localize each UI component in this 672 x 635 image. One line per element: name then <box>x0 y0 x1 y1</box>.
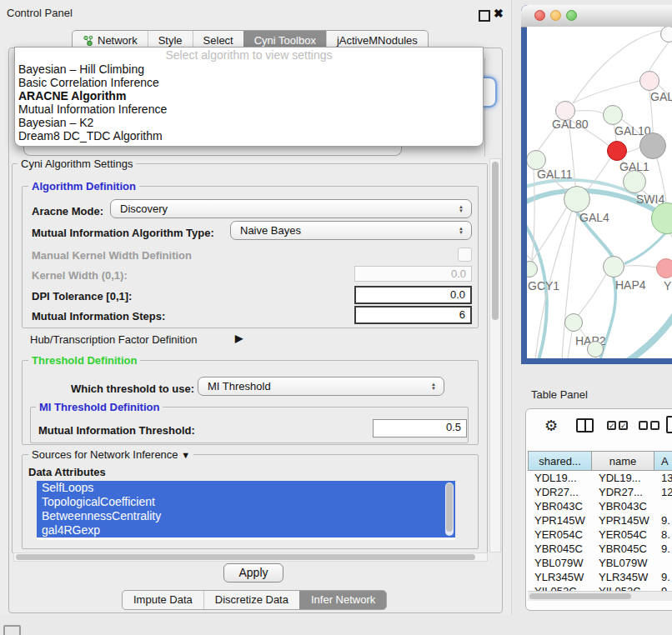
dpi-tolerance-field[interactable]: 0.0 <box>354 286 472 304</box>
network-node-gray[interactable] <box>639 132 666 159</box>
groupbox-edge <box>484 58 485 157</box>
aracne-mode-value: Discovery <box>120 202 168 215</box>
which-threshold-label: Which threshold to use: <box>71 382 194 395</box>
scrollbar-thumb[interactable] <box>16 554 475 560</box>
mi-algorithm-type-combo[interactable]: Naive Bayes ▲▼ <box>230 221 472 240</box>
table-row[interactable]: YPR145WYPR145W9. <box>528 513 672 528</box>
table-cell: YBR043C <box>592 499 654 513</box>
table-horizontal-scrollbar[interactable] <box>528 591 672 601</box>
mi-threshold-definition-title: MI Threshold Definition <box>36 401 163 413</box>
network-node[interactable] <box>660 27 672 42</box>
table-row[interactable]: YDR27...YDR27...12 <box>528 485 672 499</box>
tab-discretize-data[interactable]: Discretize Data <box>203 591 299 609</box>
table-row[interactable]: YBL079WYBL079W <box>528 556 672 570</box>
table-row[interactable]: YIL052CYIL052C9 <box>528 584 672 591</box>
collapsed-panel-icon[interactable] <box>3 625 21 635</box>
unchecked-box-icon[interactable] <box>639 421 648 430</box>
mi-steps-field[interactable]: 6 <box>354 306 472 324</box>
tab-select-label: Select <box>203 34 233 47</box>
settings-vertical-scrollbar[interactable] <box>489 158 501 552</box>
column-header-shared-name[interactable]: shared... <box>528 451 592 471</box>
dropdown-item-selected[interactable]: ARACNE Algorithm <box>15 89 483 102</box>
expand-arrow-icon[interactable]: ▶ <box>235 332 243 344</box>
network-icon <box>83 35 93 46</box>
network-node[interactable] <box>587 341 604 358</box>
table-row[interactable]: YBR043CYBR043C <box>528 499 672 513</box>
tab-infer-network[interactable]: Infer Network <box>299 591 386 609</box>
scrollbar-thumb[interactable] <box>529 593 631 599</box>
checked-box-icon[interactable]: ✓ <box>619 421 628 430</box>
close-traffic-light-icon[interactable] <box>534 10 545 21</box>
dpi-tolerance-label: DPI Tolerance [0,1]: <box>32 290 132 302</box>
table-row[interactable]: YLR345WYLR345W9. <box>528 570 672 584</box>
network-canvas[interactable]: GAL GAL80 GAL10 GAL1 GAL11 SWI4 GAL4 GCY… <box>527 27 672 358</box>
scrollbar-thumb[interactable] <box>492 162 499 320</box>
list-item[interactable]: SelfLoops <box>37 481 455 495</box>
table-cell: YER054C <box>528 528 592 542</box>
which-threshold-combo[interactable]: MI Threshold ▲▼ <box>198 377 444 396</box>
zoom-traffic-light-icon[interactable] <box>566 10 577 21</box>
dropdown-item[interactable]: Basic Correlation Inference <box>15 76 483 89</box>
table-cell: 9 <box>654 584 672 591</box>
unchecked-box-icon[interactable] <box>650 421 659 430</box>
network-node-hap4[interactable] <box>603 256 624 278</box>
which-threshold-value: MI Threshold <box>208 380 271 392</box>
table-row[interactable]: YDL19...YDL19...13 <box>528 471 672 485</box>
control-panel-title: Control Panel <box>7 7 73 19</box>
network-node-gal1[interactable] <box>607 141 627 161</box>
dropdown-item[interactable]: Bayesian – Hill Climbing <box>15 62 483 76</box>
apply-button[interactable]: Apply <box>223 563 283 582</box>
table-cell: 13 <box>654 471 672 485</box>
tab-impute-data[interactable]: Impute Data <box>123 591 203 609</box>
dropdown-item[interactable]: Dream8 DC_TDC Algorithm <box>15 129 483 142</box>
dropdown-item[interactable]: Bayesian – K2 <box>15 116 483 129</box>
table-cell: YBL079W <box>528 556 592 570</box>
mi-threshold-field[interactable]: 0.5 <box>373 419 467 438</box>
node-label: GAL80 <box>552 118 589 131</box>
hub-definition-label: Hub/Transcription Factor Definition <box>30 333 197 346</box>
table-cell: YBR045C <box>528 542 592 556</box>
table-cell: 9. <box>654 513 672 528</box>
network-node-salmon[interactable] <box>656 258 672 278</box>
network-node-gal-clipped[interactable] <box>639 71 659 91</box>
kernel-width-field[interactable]: 0.0 <box>354 266 472 282</box>
new-column-icon[interactable] <box>666 416 672 433</box>
gear-icon[interactable]: ⚙ <box>544 417 558 435</box>
node-label: GAL11 <box>537 168 573 181</box>
settings-horizontal-scrollbar[interactable] <box>13 552 488 562</box>
threshold-definition-title: Threshold Definition <box>28 354 140 367</box>
node-label: GCY1 <box>528 279 559 292</box>
list-scrollbar[interactable] <box>445 482 454 536</box>
scrollbar-thumb[interactable] <box>446 483 453 532</box>
float-window-icon[interactable] <box>479 10 490 22</box>
network-node-swi4[interactable] <box>623 170 646 193</box>
column-header-name[interactable]: name <box>592 451 654 471</box>
table-row[interactable]: YBR045CYBR045C9. <box>528 542 672 556</box>
list-item[interactable]: gal4RGexp <box>37 523 455 538</box>
minimize-traffic-light-icon[interactable] <box>550 10 561 21</box>
network-node-gal4[interactable] <box>564 186 590 212</box>
window-titlebar[interactable] <box>521 5 672 28</box>
network-node-gal10[interactable] <box>603 105 623 125</box>
collapse-arrow-icon[interactable]: ▼ <box>181 450 190 460</box>
network-node-hap2[interactable] <box>564 313 583 332</box>
aracne-mode-combo[interactable]: Discovery ▲▼ <box>110 199 472 218</box>
table-cell: 8. <box>654 528 672 542</box>
dropdown-item[interactable]: Mutual Information Inference <box>15 102 483 116</box>
column-header-clipped[interactable]: A <box>654 451 672 471</box>
stepper-icon: ▲▼ <box>459 227 464 235</box>
table-cell: YDR27... <box>528 485 592 499</box>
list-item[interactable]: TopologicalCoefficient <box>37 495 455 509</box>
list-item[interactable]: BetweennessCentrality <box>37 509 455 523</box>
data-attributes-list[interactable]: SelfLoops TopologicalCoefficient Between… <box>37 481 455 540</box>
table-row[interactable]: YER054CYER054C8. <box>528 528 672 542</box>
settings-group-title: Cyni Algorithm Settings <box>18 158 136 170</box>
table-cell: YDL19... <box>592 471 654 485</box>
table-cell: 9. <box>654 570 672 584</box>
checked-box-icon[interactable]: ✓ <box>607 421 616 430</box>
close-icon[interactable]: ✖ <box>494 7 504 20</box>
mi-algorithm-type-value: Naive Bayes <box>240 224 301 237</box>
manual-kernel-checkbox[interactable] <box>458 248 472 262</box>
aracne-mode-label: Aracne Mode: <box>32 205 103 218</box>
split-columns-icon[interactable] <box>576 418 594 432</box>
